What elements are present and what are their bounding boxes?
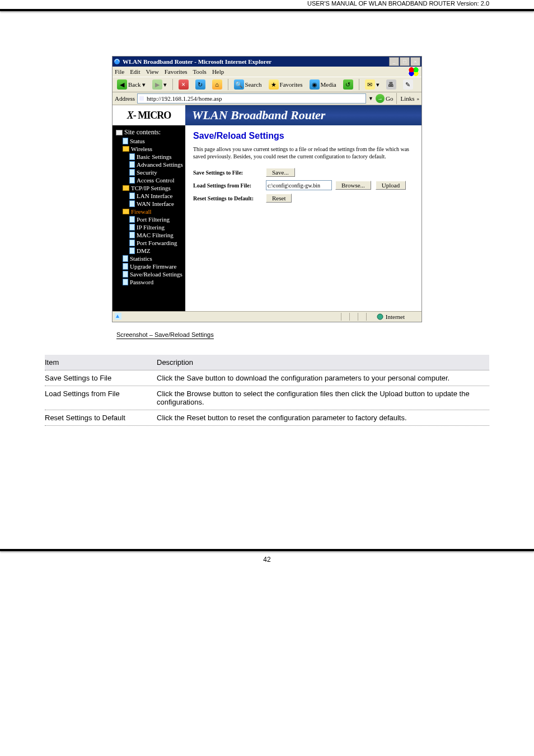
sidebar-item-save-reload-settings[interactable]: Save/Reload Settings	[113, 270, 185, 278]
media-button[interactable]: ◉Media	[307, 78, 339, 91]
sidebar-item-label: Port Forwarding	[137, 240, 177, 246]
sidebar-item-password[interactable]: Password	[113, 278, 185, 286]
close-button[interactable]: ×	[410, 57, 420, 66]
menu-view[interactable]: View	[146, 68, 158, 75]
sidebar-item-wan-interface[interactable]: WAN Interface	[113, 200, 185, 208]
ie-icon	[114, 58, 120, 65]
sidebar-item-tcp-ip-settings[interactable]: TCP/IP Settings	[113, 184, 185, 192]
menu-favorites[interactable]: Favorites	[165, 68, 188, 75]
forward-icon: ▶	[152, 79, 162, 90]
forward-button[interactable]: ▶ ▾	[150, 78, 169, 91]
sidebar: Site contents: StatusWirelessBasic Setti…	[113, 125, 185, 311]
sidebar-item-label: Access Control	[137, 177, 175, 184]
refresh-button[interactable]: ↻	[193, 78, 208, 91]
sidebar-item-upgrade-firmware[interactable]: Upgrade Firmware	[113, 262, 185, 270]
sidebar-item-basic-settings[interactable]: Basic Settings	[113, 153, 185, 161]
description-table: ItemDescription Save Settings to FileCli…	[0, 338, 534, 426]
search-button[interactable]: 🔍Search	[232, 78, 264, 91]
toolbar: ◀Back ▾ ▶ ▾ × ↻ ⌂ 🔍Search ★Favorites ◉Me…	[113, 77, 421, 92]
print-button[interactable]: 🖶	[384, 78, 399, 91]
sidebar-item-label: Advanced Settings	[137, 161, 183, 168]
minimize-button[interactable]: _	[389, 57, 399, 66]
history-button[interactable]: ↺	[341, 78, 355, 91]
sidebar-item-dmz[interactable]: DMZ	[113, 247, 185, 255]
stop-button[interactable]: ×	[176, 78, 191, 91]
banner-title: WLAN Broadband Router	[185, 108, 421, 123]
page-icon	[129, 161, 135, 168]
sidebar-item-status[interactable]: Status	[113, 137, 185, 145]
window-title: WLAN Broadband Router - Microsoft Intern…	[123, 58, 271, 65]
sidebar-item-port-filtering[interactable]: Port Filtering	[113, 215, 185, 223]
sidebar-item-label: Security	[137, 169, 157, 176]
page-title: Save/Reload Settings	[193, 131, 414, 141]
mail-icon: ✉	[365, 79, 375, 90]
sidebar-item-label: IP Filtering	[137, 224, 165, 231]
media-icon: ◉	[310, 79, 320, 90]
sidebar-item-mac-filtering[interactable]: MAC Filtering	[113, 231, 185, 239]
sidebar-item-firewall[interactable]: Firewall	[113, 208, 185, 215]
sidebar-item-statistics[interactable]: Statistics	[113, 255, 185, 262]
folder-icon	[123, 209, 129, 214]
home-button[interactable]: ⌂	[210, 78, 224, 91]
page-icon	[123, 263, 128, 270]
edit-button[interactable]: ✎	[401, 78, 415, 91]
address-dropdown[interactable]: ▼	[368, 96, 373, 101]
menu-help[interactable]: Help	[212, 68, 224, 75]
sidebar-item-wireless[interactable]: Wireless	[113, 145, 185, 153]
sidebar-item-port-forwarding[interactable]: Port Forwarding	[113, 239, 185, 247]
favorites-icon: ★	[269, 79, 279, 90]
page-number: 42	[0, 551, 534, 580]
reset-button[interactable]: Reset	[266, 194, 292, 203]
upload-button[interactable]: Upload	[376, 181, 406, 190]
window-titlebar: WLAN Broadband Router - Microsoft Intern…	[113, 57, 421, 67]
sidebar-item-advanced-settings[interactable]: Advanced Settings	[113, 161, 185, 168]
windows-logo-icon	[408, 67, 419, 76]
go-button[interactable]: →Go	[376, 94, 393, 103]
save-button[interactable]: Save...	[266, 168, 295, 177]
table-row: Load Settings from FileClick the Browse …	[45, 386, 489, 410]
sidebar-item-label: Firewall	[131, 208, 152, 215]
load-label: Load Settings from File:	[193, 182, 266, 189]
folder-icon	[123, 185, 129, 191]
internet-icon	[377, 313, 383, 320]
table-row: Reset Settings to DefaultClick the Reset…	[45, 410, 489, 426]
sidebar-item-label: Basic Settings	[137, 153, 172, 160]
page-icon	[129, 169, 135, 176]
page-icon	[129, 200, 135, 207]
page-description: This page allows you save current settin…	[193, 145, 414, 160]
sidebar-item-ip-filtering[interactable]: IP Filtering	[113, 223, 185, 231]
reset-label: Reset Settings to Default:	[193, 195, 266, 201]
browse-button[interactable]: Browse...	[335, 181, 371, 190]
top-rule	[0, 9, 534, 11]
sidebar-item-access-control[interactable]: Access Control	[113, 176, 185, 184]
status-icon	[113, 313, 124, 321]
save-label: Save Settings to File:	[193, 170, 266, 176]
sidebar-item-label: WAN Interface	[137, 200, 174, 207]
screenshot-caption: Screenshot – Save/Reload Settings	[116, 331, 534, 338]
address-input[interactable]	[137, 93, 366, 104]
menu-edit[interactable]: Edit	[130, 68, 140, 75]
table-header: ItemDescription	[45, 355, 489, 370]
load-file-input[interactable]	[266, 180, 332, 190]
sidebar-item-label: Upgrade Firmware	[130, 263, 176, 270]
menubar: File Edit View Favorites Tools Help	[113, 67, 421, 77]
mail-button[interactable]: ✉▾	[363, 78, 382, 91]
main-panel: Save/Reload Settings This page allows yo…	[185, 125, 421, 311]
menu-file[interactable]: File	[115, 68, 124, 75]
page-icon	[123, 255, 128, 262]
tree-root: Site contents:	[113, 128, 185, 137]
svg-point-2	[377, 314, 383, 320]
back-button[interactable]: ◀Back ▾	[115, 78, 148, 91]
page-icon	[129, 216, 135, 223]
sidebar-item-label: Password	[130, 279, 153, 285]
sidebar-item-label: Statistics	[130, 255, 152, 262]
maximize-button[interactable]: □	[400, 57, 410, 66]
sidebar-item-security[interactable]: Security	[113, 168, 185, 176]
home-icon: ⌂	[212, 79, 222, 90]
favorites-button[interactable]: ★Favorites	[266, 78, 305, 91]
sidebar-item-lan-interface[interactable]: LAN Interface	[113, 192, 185, 200]
go-icon: →	[376, 94, 385, 103]
menu-tools[interactable]: Tools	[193, 68, 207, 75]
links-label[interactable]: Links	[400, 95, 414, 102]
refresh-icon: ↻	[195, 79, 205, 90]
